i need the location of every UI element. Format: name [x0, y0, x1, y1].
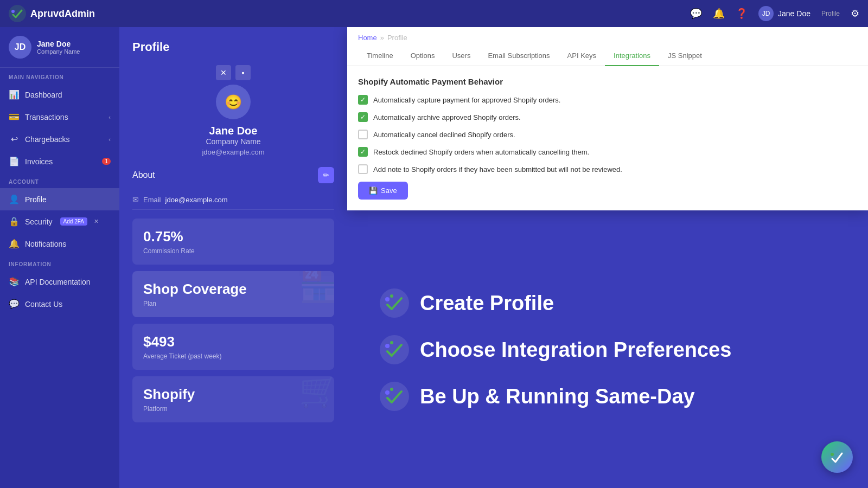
- svg-point-5: [380, 335, 409, 364]
- sidebar-avatar: JD: [9, 36, 31, 59]
- checkbox-0[interactable]: ✓: [358, 95, 368, 105]
- promo-logo-1: [380, 335, 409, 364]
- shop-coverage-card[interactable]: Shop Coverage Plan 🏪: [132, 271, 334, 317]
- main-nav-label: MAIN NAVIGATION: [0, 68, 119, 84]
- svg-point-4: [390, 294, 393, 298]
- checkbox-3[interactable]: ✓: [358, 147, 368, 157]
- tab-api-keys[interactable]: API Keys: [559, 46, 605, 66]
- email-field-value: jdoe@example.com: [165, 196, 228, 204]
- svg-point-3: [385, 297, 390, 301]
- sidebar-item-contact[interactable]: 💬 Contact Us: [0, 293, 119, 315]
- promo-item-0: Create Profile: [380, 288, 554, 318]
- add-2fa-badge[interactable]: Add 2FA: [60, 217, 87, 226]
- close-2fa-icon[interactable]: ✕: [94, 218, 99, 225]
- information-label: INFORMATION: [0, 255, 119, 271]
- checkbox-label-4: Add note to Shopify orders if they have …: [373, 165, 622, 174]
- change-avatar-button[interactable]: ▪: [235, 65, 251, 80]
- tab-users[interactable]: Users: [443, 46, 479, 66]
- chevron-icon: ‹: [108, 114, 111, 120]
- notifications-icon: 🔔: [9, 239, 20, 249]
- app-name: ApruvdAdmin: [30, 8, 95, 20]
- checkbox-2[interactable]: [358, 130, 368, 139]
- svg-point-0: [9, 5, 26, 22]
- invoices-icon: 📄: [9, 156, 20, 166]
- save-button[interactable]: 💾 Save: [358, 182, 408, 200]
- svg-point-9: [385, 390, 390, 395]
- settings-icon[interactable]: ⚙: [851, 8, 859, 20]
- about-label: About: [132, 170, 155, 180]
- sidebar-item-notifications[interactable]: 🔔 Notifications: [0, 233, 119, 255]
- tab-js-snippet[interactable]: JS Snippet: [659, 46, 711, 66]
- svg-point-8: [380, 382, 409, 411]
- avg-ticket-value: $493: [143, 333, 323, 350]
- help-icon[interactable]: ❓: [736, 8, 748, 20]
- promo-logo-2: [380, 382, 409, 411]
- sidebar-item-profile[interactable]: 👤 Profile: [0, 188, 119, 210]
- sidebar-item-dashboard[interactable]: 📊 Dashboard: [0, 84, 119, 106]
- breadcrumb-home[interactable]: Home: [358, 34, 377, 42]
- tab-integrations[interactable]: Integrations: [605, 46, 659, 66]
- email-field: ✉ Email jdoe@example.com: [132, 190, 334, 210]
- avg-ticket-card[interactable]: $493 Average Ticket (past week): [132, 324, 334, 370]
- checkbox-label-3: Restock declined Shopify orders when aut…: [373, 148, 589, 156]
- tab-options[interactable]: Options: [402, 46, 444, 66]
- sidebar-item-invoices[interactable]: 📄 Invoices 1: [0, 150, 119, 172]
- tab-timeline[interactable]: Timeline: [358, 46, 402, 66]
- platform-label: Platform: [143, 405, 323, 413]
- fab-button[interactable]: [821, 441, 853, 473]
- api-docs-icon: 📚: [9, 277, 20, 287]
- chat-icon[interactable]: 💬: [690, 8, 702, 20]
- checkbox-row-3: ✓ Restock declined Shopify orders when a…: [358, 147, 857, 157]
- breadcrumb-sep: »: [380, 34, 384, 42]
- platform-card[interactable]: Shopify Platform 🛒: [132, 376, 334, 422]
- sidebar-user-info: Jane Doe Company Name: [37, 40, 80, 55]
- checkbox-label-2: Automatically cancel declined Shopify or…: [373, 131, 515, 139]
- checkbox-4[interactable]: [358, 164, 368, 174]
- edit-about-button[interactable]: ✏: [318, 167, 334, 183]
- topnav-user[interactable]: JD Jane Doe: [758, 6, 810, 21]
- sidebar-user-name: Jane Doe: [37, 40, 80, 48]
- commission-rate-card[interactable]: 0.75% Commission Rate: [132, 219, 334, 265]
- sidebar-item-label: Dashboard: [25, 91, 62, 99]
- checkbox-row-1: ✓ Automatically archive approved Shopify…: [358, 112, 857, 122]
- sidebar-item-transactions[interactable]: 💳 Transactions ‹: [0, 106, 119, 128]
- checkbox-label-0: Automatically capture payment for approv…: [373, 96, 560, 104]
- checkbox-label-1: Automatically archive approved Shopify o…: [373, 113, 521, 121]
- profile-large-avatar: 😊: [216, 85, 251, 119]
- checkbox-1[interactable]: ✓: [358, 112, 368, 122]
- platform-bg-icon: 🛒: [299, 376, 334, 409]
- sidebar-item-label: Chargebacks: [25, 135, 70, 144]
- shop-coverage-value: Shop Coverage: [143, 281, 323, 298]
- sidebar-item-security[interactable]: 🔒 Security Add 2FA ✕: [0, 210, 119, 233]
- transactions-icon: 💳: [9, 112, 20, 122]
- sidebar-item-api-docs[interactable]: 📚 API Documentation: [0, 271, 119, 293]
- breadcrumb-current: Profile: [387, 34, 407, 42]
- save-icon: 💾: [369, 187, 378, 195]
- commission-rate-value: 0.75%: [143, 228, 323, 245]
- topnav-avatar: JD: [758, 6, 774, 21]
- promo-item-2: Be Up & Running Same-Day: [380, 382, 695, 411]
- topnav-profile-link[interactable]: Profile: [821, 10, 840, 17]
- sidebar-item-chargebacks[interactable]: ↩ Chargebacks ‹: [0, 128, 119, 150]
- promo-text-1: Choose Integration Preferences: [420, 338, 731, 362]
- promo-item-1: Choose Integration Preferences: [380, 335, 731, 364]
- svg-point-2: [380, 288, 409, 318]
- sidebar-item-label: Contact Us: [25, 300, 62, 309]
- modal-tabs: Timeline Options Users Email Subscriptio…: [347, 46, 868, 66]
- remove-avatar-button[interactable]: ✕: [216, 65, 231, 80]
- modal-section-title: Shopify Automatic Payment Behavior: [358, 77, 857, 86]
- main-body: JD Jane Doe Company Name MAIN NAVIGATION…: [0, 27, 868, 488]
- sidebar-item-label: Profile: [25, 195, 47, 204]
- chargebacks-icon: ↩: [9, 134, 20, 144]
- app-logo[interactable]: ApruvdAdmin: [9, 5, 95, 22]
- avg-ticket-label: Average Ticket (past week): [143, 352, 323, 360]
- card-bg-icon: 🏪: [299, 271, 334, 304]
- bell-icon[interactable]: 🔔: [713, 8, 725, 20]
- profile-icon: 👤: [9, 194, 20, 204]
- sidebar-user: JD Jane Doe Company Name: [0, 27, 119, 68]
- sidebar-item-label: Transactions: [25, 113, 68, 121]
- tab-email-subscriptions[interactable]: Email Subscriptions: [479, 46, 558, 66]
- profile-panel: Profile ✕ ▪ 😊 Jane Doe Company Name jdoe…: [119, 27, 347, 488]
- checkbox-row-0: ✓ Automatically capture payment for appr…: [358, 95, 857, 105]
- svg-point-7: [390, 341, 393, 344]
